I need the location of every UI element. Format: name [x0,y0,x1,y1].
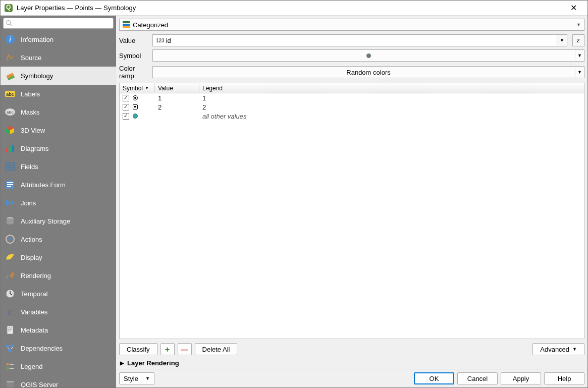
advanced-button[interactable]: Advanced▼ [532,343,584,355]
svg-rect-15 [9,146,11,152]
sidebar-item-metadata[interactable]: Metadata [1,321,116,339]
sidebar-item-rendering[interactable]: Rendering [1,266,116,285]
layer-rendering-toggle[interactable]: ▶ Layer Rendering [116,357,587,369]
attributes-form-icon [5,179,16,190]
search-icon [6,20,13,27]
renderer-mode-label: Categorized [133,21,168,29]
row-checkbox[interactable]: ✓ [123,104,129,110]
header-value[interactable]: Value [155,83,199,93]
colorramp-button[interactable]: Random colors ▼ [152,66,584,78]
ok-button[interactable]: OK [414,372,454,384]
sidebar-item-label: Information [21,36,54,43]
sort-icon: ▼ [145,86,149,90]
sidebar-item-fields[interactable]: Fields [1,157,116,176]
sidebar-item-display[interactable]: Display [1,248,116,266]
sidebar-item-label: Symbology [21,72,53,80]
main-panel: Categorized ▼ Value 123 id ▼ ε Symbol [116,16,587,387]
header-legend[interactable]: Legend [199,83,584,93]
colorramp-value: Random colors [346,69,390,76]
sidebar-item-label: Display [21,254,42,261]
style-menu-button[interactable]: Style▼ [119,372,154,384]
classes-table-body[interactable]: ✓ 1 1 ✓ 2 2 ✓ all ot [120,93,584,339]
row-checkbox[interactable]: ✓ [123,95,129,101]
sidebar-item-labels[interactable]: abc Labels [1,85,116,103]
sidebar-item-source[interactable]: Source [1,48,116,67]
help-button[interactable]: Help [544,372,584,384]
apply-button[interactable]: Apply [501,372,541,384]
sidebar-item-diagrams[interactable]: Diagrams [1,139,116,157]
sidebar-item-label: Labels [21,90,40,98]
row-legend: 1 [199,94,584,102]
svg-rect-50 [7,381,14,382]
sidebar-item-label: Actions [21,236,42,243]
add-class-button[interactable]: ＋ [161,343,175,355]
sidebar-item-label: Temporal [21,290,47,298]
sidebar-item-label: Diagrams [21,145,49,152]
symbol-preview-icon [366,53,371,58]
remove-class-button[interactable]: — [178,343,192,355]
cancel-button[interactable]: Cancel [457,372,498,384]
svg-marker-25 [6,200,10,206]
classes-action-row: Classify ＋ — Delete All Advanced▼ [116,341,587,357]
sidebar-item-dependencies[interactable]: Dependencies [1,339,116,357]
sidebar-item-label: Fields [21,163,38,171]
row-symbol-icon [133,114,138,119]
app-icon [5,4,13,12]
svg-rect-23 [7,184,13,185]
header-symbol[interactable]: Symbol▼ [120,83,155,93]
sidebar-item-legend[interactable]: Legend [1,357,116,375]
value-field-label: Value [119,37,149,44]
labels-icon: abc [5,88,16,99]
sidebar-item-label: Masks [21,108,40,116]
sidebar-search[interactable] [3,18,114,29]
sidebar-item-actions[interactable]: Actions [1,230,116,248]
svg-text:abc: abc [7,110,14,115]
masks-icon: abc [5,106,16,118]
svg-rect-22 [7,182,13,183]
row-value: 2 [155,103,199,111]
symbol-button[interactable]: ▼ [152,49,584,62]
svg-rect-49 [7,382,14,387]
sidebar-item-masks[interactable]: abc Masks [1,103,116,121]
chevron-down-icon[interactable]: ▼ [575,50,584,61]
sidebar-item-label: Auxiliary Storage [21,217,70,225]
close-button[interactable]: ✕ [563,1,583,15]
svg-marker-29 [9,237,12,241]
titlebar: Layer Properties — Points — Symbology ✕ [1,1,587,16]
sidebar-item-temporal[interactable]: Temporal [1,285,116,303]
category-sidebar: i Information Source Symbology abc Label… [1,16,116,387]
chevron-down-icon[interactable]: ▼ [575,67,584,78]
table-row[interactable]: ✓ 1 1 [120,93,584,102]
sidebar-item-qgis-server[interactable]: QGIS Server [1,375,116,387]
joins-icon [5,197,16,208]
renderer-mode-combo[interactable]: Categorized ▼ [119,19,584,31]
table-row[interactable]: ✓ all other values [120,112,584,121]
diagrams-icon [5,143,16,154]
sidebar-item-variables[interactable]: ε Variables [1,303,116,321]
sidebar-item-auxiliary-storage[interactable]: Auxiliary Storage [1,212,116,230]
value-field-combo[interactable]: 123 id [152,34,557,46]
sidebar-item-3dview[interactable]: 3D View [1,121,116,139]
sidebar-item-joins[interactable]: Joins [1,194,116,212]
sidebar-item-symbology[interactable]: Symbology [1,67,116,85]
sidebar-item-attributes-form[interactable]: Attributes Form [1,176,116,194]
sidebar-search-input[interactable] [15,20,111,27]
table-row[interactable]: ✓ 2 2 [120,102,584,112]
colorramp-label: Color ramp [119,65,149,80]
sidebar-item-label: Metadata [21,326,48,334]
delete-all-button[interactable]: Delete All [195,343,238,355]
row-checkbox[interactable]: ✓ [123,113,129,120]
sidebar-item-label: Source [21,54,41,62]
expression-button[interactable]: ε [572,34,584,46]
sidebar-item-label: Variables [21,308,47,316]
value-field-dropdown[interactable]: ▼ [557,34,567,46]
auxiliary-storage-icon [5,215,16,227]
row-symbol-icon [133,95,138,100]
svg-rect-14 [6,148,8,152]
classify-button[interactable]: Classify [119,343,157,355]
classes-table-header: Symbol▼ Value Legend [120,83,584,93]
sidebar-item-label: Dependencies [21,345,63,352]
sidebar-item-information[interactable]: i Information [1,30,116,48]
layer-rendering-label: Layer Rendering [127,359,179,367]
svg-rect-36 [7,326,13,334]
